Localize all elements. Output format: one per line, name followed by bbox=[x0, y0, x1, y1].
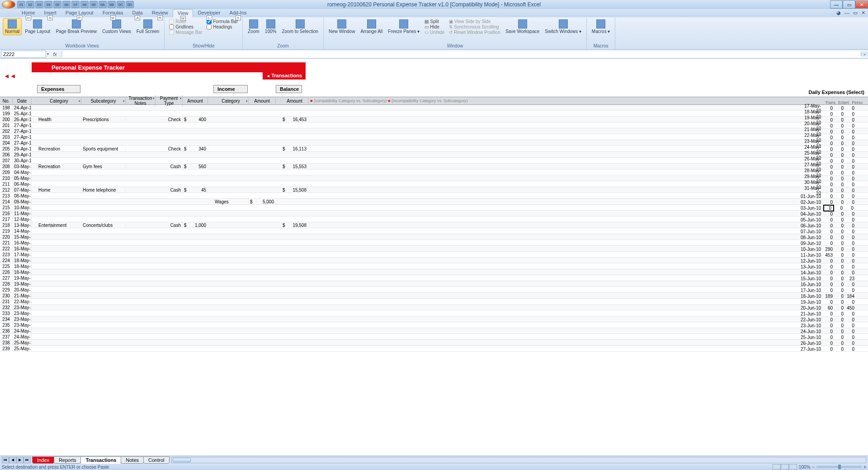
qat-button[interactable]: 07 bbox=[71, 1, 80, 8]
qat-button[interactable]: 0B bbox=[108, 1, 116, 8]
quick-access-toolbar: 0102030405060708090A0B0C0D bbox=[17, 1, 134, 8]
group-label: Macros bbox=[590, 43, 613, 48]
qat-button[interactable]: 0D bbox=[126, 1, 134, 8]
unhide-button: ▭ Unhide bbox=[425, 30, 444, 35]
ribbon-tab-insert[interactable]: InsertN bbox=[39, 9, 61, 17]
window-controls: — ▭ ✕ bbox=[830, 0, 868, 9]
normal-view-button[interactable]: Normal bbox=[3, 18, 22, 35]
ruler-checkbox: Ruler bbox=[169, 19, 202, 24]
new-window-icon bbox=[337, 19, 346, 28]
custom-views-button[interactable]: Custom Views bbox=[100, 18, 133, 35]
group-show-hide: Ruler Gridlines Message Bar Formula Bar … bbox=[165, 17, 243, 49]
macros-button[interactable]: Macros ▾ bbox=[590, 18, 613, 35]
ribbon-tab-view[interactable]: ViewW bbox=[173, 9, 193, 17]
new-window-button[interactable]: New Window bbox=[326, 18, 357, 35]
page-layout-button[interactable]: Page Layout bbox=[23, 18, 52, 35]
group-label: Workbook Views bbox=[3, 43, 161, 48]
name-box[interactable] bbox=[1, 51, 46, 58]
full-screen-button[interactable]: Full Screen bbox=[134, 18, 162, 35]
group-label: Zoom bbox=[245, 43, 321, 48]
ribbon-tab-add-ins[interactable]: Add-InsX bbox=[225, 9, 251, 17]
macros-icon bbox=[596, 19, 605, 28]
switch-windows-button[interactable]: Switch Windows ▾ bbox=[542, 18, 584, 35]
window-title: romeog-20100620 Personal Expense Tracker… bbox=[327, 1, 541, 8]
qat-button[interactable]: 03 bbox=[35, 1, 43, 8]
ribbon-tab-review[interactable]: ReviewR bbox=[147, 9, 173, 17]
zoom-100-button[interactable]: 100% bbox=[263, 18, 279, 35]
ribbon-help-controls: ◕ — ▭ ✕ bbox=[836, 10, 865, 16]
ribbon-tab-page-layout[interactable]: Page LayoutP bbox=[61, 9, 98, 17]
ribbon-tab-home[interactable]: HomeH bbox=[17, 9, 39, 17]
qat-button[interactable]: 09 bbox=[90, 1, 98, 8]
qat-button[interactable]: 04 bbox=[44, 1, 52, 8]
titlebar: 0102030405060708090A0B0C0D romeog-201006… bbox=[0, 0, 868, 9]
page-break-button[interactable]: Page Break Preview bbox=[53, 18, 99, 35]
freeze-icon bbox=[399, 19, 408, 28]
page-layout-icon bbox=[33, 19, 42, 28]
maximize-button[interactable]: ▭ bbox=[843, 0, 855, 9]
qat-button[interactable]: 0A bbox=[99, 1, 107, 8]
zoom-button[interactable]: Zoom bbox=[245, 18, 262, 35]
save-workspace-button[interactable]: Save Workspace bbox=[503, 18, 542, 35]
office-button[interactable] bbox=[2, 0, 15, 9]
hide-button[interactable]: ▭ Hide bbox=[425, 24, 444, 29]
arrange-all-button[interactable]: Arrange All bbox=[358, 18, 385, 35]
page-break-icon bbox=[72, 19, 81, 28]
group-label: Window bbox=[326, 43, 584, 48]
qat-button[interactable]: 02 bbox=[26, 1, 34, 8]
fx-icon[interactable]: fx bbox=[49, 52, 61, 57]
zoom-icon bbox=[249, 19, 258, 28]
group-workbook-views: Normal Page Layout Page Break Preview Cu… bbox=[0, 17, 165, 49]
zoom-selection-button[interactable]: Zoom to Selection bbox=[279, 18, 321, 35]
ribbon-tabs: HomeHInsertNPage LayoutPFormulasMDataARe… bbox=[0, 9, 868, 17]
headings-checkbox[interactable]: Headings bbox=[207, 24, 238, 29]
ribbon-tab-developer[interactable]: DeveloperL bbox=[193, 9, 225, 17]
formula-input[interactable] bbox=[63, 51, 861, 57]
side-by-side-button: ▣ View Side by Side bbox=[449, 19, 500, 24]
gridlines-checkbox[interactable]: Gridlines bbox=[169, 24, 202, 29]
group-label: Show/Hide bbox=[167, 43, 240, 48]
ribbon-minimize-icon[interactable]: — bbox=[844, 10, 849, 16]
switch-windows-icon bbox=[559, 19, 568, 28]
zoom-sel-icon bbox=[296, 19, 305, 28]
qat-button[interactable]: 0C bbox=[117, 1, 125, 8]
reset-pos-button: ↺ Reset Window Position bbox=[449, 30, 500, 35]
qat-button[interactable]: 06 bbox=[62, 1, 71, 8]
full-screen-icon bbox=[143, 19, 152, 28]
formula-expand-icon[interactable]: ⌄ bbox=[861, 52, 868, 56]
ribbon: Normal Page Layout Page Break Preview Cu… bbox=[0, 17, 868, 50]
qat-button[interactable]: 01 bbox=[17, 1, 25, 8]
freeze-panes-button[interactable]: Freeze Panes ▾ bbox=[386, 18, 422, 35]
close-button[interactable]: ✕ bbox=[855, 0, 868, 9]
group-zoom: Zoom 100% Zoom to Selection Zoom bbox=[243, 17, 324, 49]
zoom-100-icon bbox=[266, 19, 275, 28]
split-button[interactable]: ▤ Split bbox=[425, 19, 444, 24]
arrange-icon bbox=[367, 19, 376, 28]
formula-bar: ▾ fx ⌄ bbox=[0, 50, 868, 59]
sync-scroll-button: ⇅ Synchronous Scrolling bbox=[449, 24, 500, 29]
minimize-button[interactable]: — bbox=[830, 0, 843, 9]
qat-button[interactable]: 08 bbox=[80, 1, 89, 8]
ribbon-restore-icon[interactable]: ▭ bbox=[853, 10, 858, 16]
group-window: New Window Arrange All Freeze Panes ▾ ▤ … bbox=[324, 17, 587, 49]
normal-icon bbox=[8, 19, 17, 28]
ribbon-tab-formulas[interactable]: FormulasM bbox=[98, 9, 128, 17]
save-workspace-icon bbox=[518, 19, 527, 28]
qat-button[interactable]: 05 bbox=[53, 1, 61, 8]
help-icon[interactable]: ◕ bbox=[836, 10, 841, 16]
custom-views-icon bbox=[112, 19, 121, 28]
ribbon-tab-data[interactable]: DataA bbox=[127, 9, 147, 17]
messagebar-checkbox: Message Bar bbox=[169, 30, 202, 35]
group-macros: Macros ▾ Macros bbox=[587, 17, 616, 49]
ribbon-close-icon[interactable]: ✕ bbox=[861, 10, 865, 16]
